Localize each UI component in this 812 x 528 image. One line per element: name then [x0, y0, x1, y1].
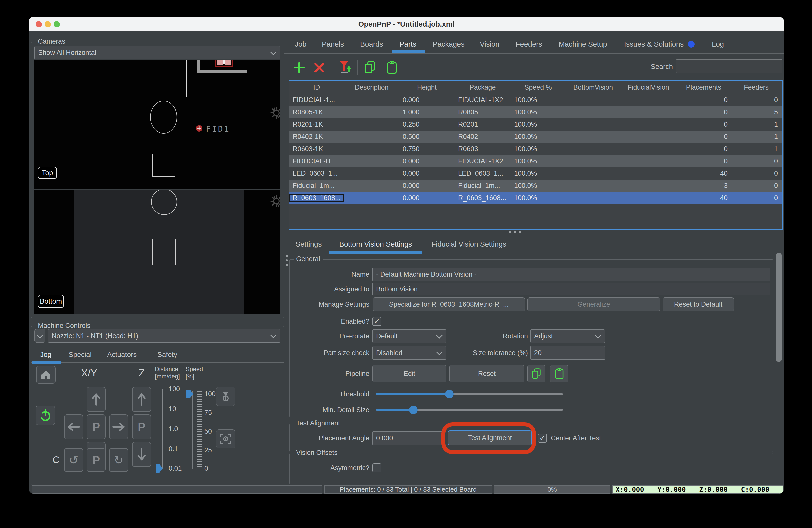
tab-settings[interactable]: Settings [296, 239, 322, 250]
top-camera-view[interactable]: FID1 Top [34, 60, 280, 189]
cell-feeders[interactable]: 0 [731, 194, 782, 202]
cell-height[interactable]: 0.000 [399, 158, 455, 165]
cell-placements[interactable]: 0 [676, 108, 731, 116]
tab-bottom-vision-settings[interactable]: Bottom Vision Settings [339, 239, 412, 250]
table-row[interactable]: FIDUCIAL-H...0.000FIDUCIAL-1X2100.0%00 [289, 155, 783, 167]
park-xy-button[interactable]: P [87, 414, 106, 440]
enabled-checkbox[interactable]: ✓ [373, 317, 381, 326]
cell-package[interactable]: R0402 [455, 133, 511, 141]
pipeline-edit-button[interactable]: Edit [373, 365, 447, 382]
jog-c-cw-button[interactable]: ↻ [109, 448, 128, 472]
tab-actuators[interactable]: Actuators [107, 350, 137, 360]
cell-package[interactable]: R0201 [455, 121, 511, 129]
jog-x-minus-button[interactable] [64, 414, 83, 440]
splitter-handle-dot[interactable] [286, 260, 288, 262]
table-row[interactable]: R0805-1K1.000R0805100.0%05 [289, 106, 783, 118]
tab-log[interactable]: Log [712, 39, 724, 50]
column-header-speed-[interactable]: Speed % [511, 84, 566, 91]
tab-jog[interactable]: Jog [40, 350, 52, 360]
cell-height[interactable]: 0.000 [399, 194, 455, 202]
cell-package[interactable]: FIDUCIAL-1X2 [455, 158, 511, 165]
threshold-slider-thumb[interactable] [445, 390, 454, 398]
cell-height[interactable]: 1.000 [399, 108, 455, 116]
reset-to-default-button[interactable]: Reset to Default [663, 297, 734, 311]
camera-selector-dropdown[interactable]: Show All Horizontal [34, 46, 280, 59]
cell-speed[interactable]: 100.0% [511, 158, 566, 165]
column-header-id[interactable]: ID [289, 84, 344, 91]
tab-panels[interactable]: Panels [322, 39, 344, 50]
center-after-test-checkbox[interactable]: ✓ [538, 434, 547, 443]
cell-placements[interactable]: 0 [676, 133, 731, 141]
tab-issues-solutions[interactable]: Issues & Solutions [624, 39, 684, 50]
nozzle-selector-dropdown[interactable]: Nozzle: N1 - NT1 (Head: H1) [48, 329, 280, 343]
splitter-handle-dot[interactable] [509, 231, 511, 233]
part-size-check-dropdown[interactable]: Disabled [373, 346, 447, 360]
camera-light-icon[interactable] [269, 105, 280, 120]
cell-height[interactable]: 0.000 [399, 182, 455, 190]
cell-placements[interactable]: 0 [676, 145, 731, 153]
cell-id[interactable]: R0603-1K [289, 145, 344, 153]
cell-id[interactable]: R0201-1K [289, 121, 344, 129]
cell-placements[interactable]: 40 [676, 194, 731, 202]
placement-angle-input[interactable]: 0.000 [373, 431, 445, 445]
asymmetric-checkbox[interactable]: ✓ [373, 464, 381, 472]
cell-id[interactable]: Fiducial_1m... [289, 182, 344, 190]
tab-feeders[interactable]: Feeders [516, 39, 542, 50]
pipeline-paste-button[interactable] [550, 365, 568, 382]
tab-vision[interactable]: Vision [480, 39, 499, 50]
cell-speed[interactable]: 100.0% [511, 194, 566, 202]
bottom-camera-view[interactable]: Bottom [34, 190, 280, 314]
tab-packages[interactable]: Packages [433, 39, 464, 50]
cell-feeders[interactable]: 1 [731, 121, 782, 129]
cell-feeders[interactable]: 1 [731, 145, 782, 153]
speed-slider[interactable] [192, 391, 193, 469]
pipeline-copy-button[interactable] [527, 365, 546, 382]
table-row[interactable]: R_0603_1608...0.000R_0603_1608...100.0%4… [289, 192, 783, 204]
splitter-handle-dot[interactable] [286, 264, 288, 266]
splitter-handle-dot[interactable] [286, 255, 288, 257]
paste-part-button[interactable] [387, 61, 397, 74]
pipeline-reset-button[interactable]: Reset [450, 365, 524, 382]
cell-placements[interactable]: 0 [676, 96, 731, 104]
jog-x-plus-button[interactable] [109, 414, 128, 440]
splitter-handle-dot[interactable] [519, 231, 521, 233]
cell-feeders[interactable]: 0 [731, 96, 782, 104]
delete-part-button[interactable] [314, 62, 324, 73]
cell-placements[interactable]: 0 [676, 121, 731, 129]
camera-light-icon[interactable] [269, 194, 280, 209]
jog-z-minus-button[interactable] [132, 442, 151, 467]
cell-id[interactable]: FIDUCIAL-H... [289, 158, 344, 165]
column-header-fiducialvision[interactable]: FiducialVision [621, 84, 676, 91]
cell-id[interactable]: LED_0603_1... [289, 170, 344, 177]
column-header-description[interactable]: Description [344, 84, 399, 91]
cell-speed[interactable]: 100.0% [511, 182, 566, 190]
tab-job[interactable]: Job [295, 39, 307, 50]
min-detail-slider-thumb[interactable] [409, 406, 418, 414]
cell-package[interactable]: LED_0603_1... [455, 170, 511, 177]
distance-slider[interactable] [162, 390, 163, 469]
cell-id[interactable]: FIDUCIAL-1... [289, 96, 344, 104]
table-row[interactable]: LED_0603_1...0.000LED_0603_1...100.0%400 [289, 167, 783, 180]
cell-feeders[interactable]: 0 [731, 182, 782, 190]
cell-id[interactable]: R0402-1K [289, 133, 344, 141]
cell-package[interactable]: R0805 [455, 108, 511, 116]
test-alignment-button[interactable]: Test Alignment [448, 430, 532, 445]
rotation-dropdown[interactable]: Adjust [531, 329, 605, 343]
pre-rotate-dropdown[interactable]: Default [373, 329, 447, 343]
cell-speed[interactable]: 100.0% [511, 133, 566, 141]
column-header-feeders[interactable]: Feeders [731, 84, 782, 91]
table-row[interactable]: Fiducial_1m...0.000Fiducial_1m...100.0%3… [289, 180, 783, 192]
cell-id[interactable]: R0805-1K [289, 108, 344, 116]
cell-speed[interactable]: 100.0% [511, 121, 566, 129]
power-button[interactable] [36, 406, 55, 425]
tab-boards[interactable]: Boards [360, 39, 383, 50]
cell-placements[interactable]: 3 [676, 182, 731, 190]
filter-parts-button[interactable] [339, 61, 351, 74]
specialize-button[interactable]: Specialize for R_0603_1608Metric-R_... [373, 297, 525, 311]
cell-placements[interactable]: 0 [676, 158, 731, 165]
column-header-height[interactable]: Height [399, 84, 455, 91]
head-selector-button[interactable] [34, 329, 45, 343]
search-input[interactable] [676, 59, 782, 73]
cell-package[interactable]: FIDUCIAL-1X2 [455, 96, 511, 104]
cell-speed[interactable]: 100.0% [511, 108, 566, 116]
